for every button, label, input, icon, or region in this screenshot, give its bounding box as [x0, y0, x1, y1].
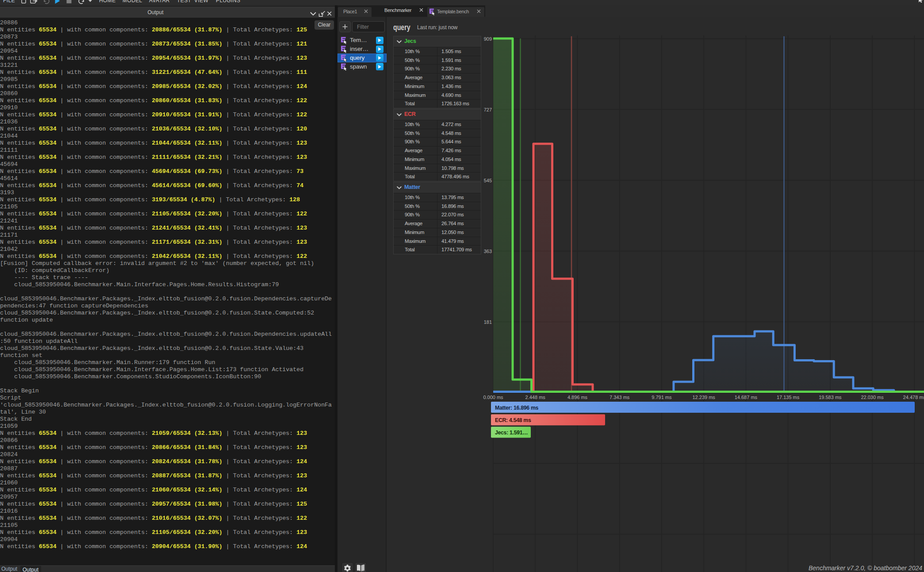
svg-text:181: 181 — [484, 319, 492, 325]
svg-text:545: 545 — [484, 178, 492, 183]
svg-text:12.239 ms: 12.239 ms — [693, 395, 716, 400]
svg-text:19.583 ms: 19.583 ms — [819, 395, 842, 400]
svg-text:22.030 ms: 22.030 ms — [861, 395, 884, 400]
svg-text:14.687 ms: 14.687 ms — [735, 395, 758, 400]
svg-text:2.448 ms: 2.448 ms — [525, 395, 546, 400]
svg-text:9.791 ms: 9.791 ms — [652, 395, 672, 400]
svg-text:4.896 ms: 4.896 ms — [567, 395, 588, 400]
svg-text:0.000 ms: 0.000 ms — [483, 395, 503, 400]
svg-text:Jecs: 1.591…: Jecs: 1.591… — [495, 430, 528, 436]
svg-text:363: 363 — [484, 249, 492, 254]
svg-text:727: 727 — [484, 107, 492, 112]
svg-text:909: 909 — [484, 36, 492, 42]
svg-text:24.478 ms: 24.478 ms — [903, 395, 924, 400]
svg-text:ECR: 4.548 ms: ECR: 4.548 ms — [495, 417, 531, 423]
svg-text:7.343 ms: 7.343 ms — [610, 395, 630, 400]
svg-text:Matter: 16.896 ms: Matter: 16.896 ms — [495, 405, 539, 411]
svg-text:17.135 ms: 17.135 ms — [777, 395, 800, 400]
